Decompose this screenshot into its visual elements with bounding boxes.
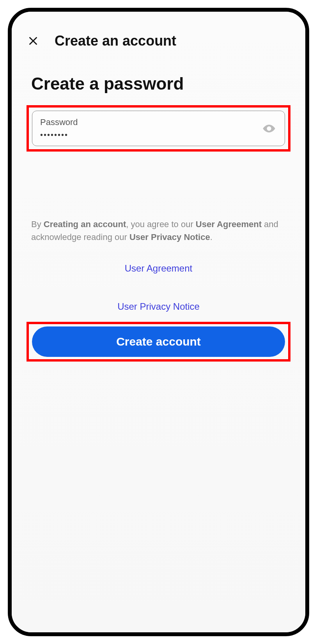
user-agreement-row: User Agreement <box>23 263 294 274</box>
header-title: Create an account <box>55 33 176 49</box>
eye-icon <box>262 122 276 135</box>
close-button[interactable] <box>23 31 43 51</box>
header: Create an account <box>23 23 294 66</box>
screen: Create an account Create a password Pass… <box>12 12 305 632</box>
legal-mid1: , you agree to our <box>126 219 196 229</box>
password-label: Password <box>40 117 261 127</box>
legal-prefix: By <box>31 219 44 229</box>
toggle-password-visibility[interactable] <box>261 121 277 136</box>
user-privacy-row: User Privacy Notice <box>23 301 294 312</box>
password-field[interactable]: Password •••••••• <box>32 111 285 146</box>
highlight-create-button-box: Create account <box>27 322 290 362</box>
password-inner: Password •••••••• <box>40 117 261 139</box>
phone-frame: Create an account Create a password Pass… <box>8 8 309 636</box>
legal-suffix: . <box>210 232 213 242</box>
legal-bold-creating: Creating an account <box>44 219 126 229</box>
svg-point-2 <box>268 127 270 130</box>
page-title: Create a password <box>31 74 294 94</box>
legal-bold-agreement: User Agreement <box>196 219 262 229</box>
legal-bold-privacy: User Privacy Notice <box>129 232 210 242</box>
password-value: •••••••• <box>40 131 261 139</box>
create-account-button[interactable]: Create account <box>32 326 285 357</box>
close-icon <box>28 35 39 46</box>
highlight-password-box: Password •••••••• <box>27 105 290 152</box>
user-agreement-link[interactable]: User Agreement <box>125 263 192 274</box>
legal-text: By Creating an account, you agree to our… <box>31 218 286 243</box>
user-privacy-link[interactable]: User Privacy Notice <box>117 301 200 312</box>
